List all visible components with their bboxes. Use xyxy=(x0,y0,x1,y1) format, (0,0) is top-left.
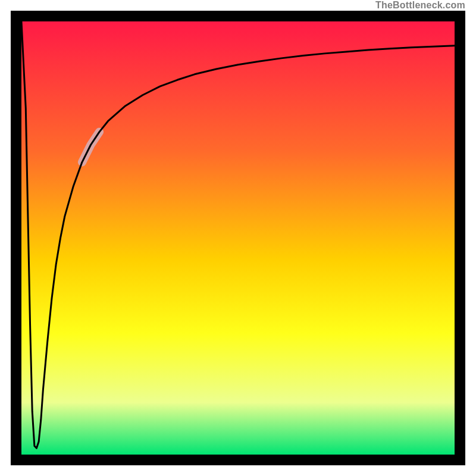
attribution-label: TheBottleneck.com xyxy=(375,0,465,11)
plot-area xyxy=(21,21,455,455)
gradient-background xyxy=(21,21,455,455)
chart-stage: TheBottleneck.com xyxy=(0,0,476,476)
chart-svg xyxy=(21,21,455,455)
